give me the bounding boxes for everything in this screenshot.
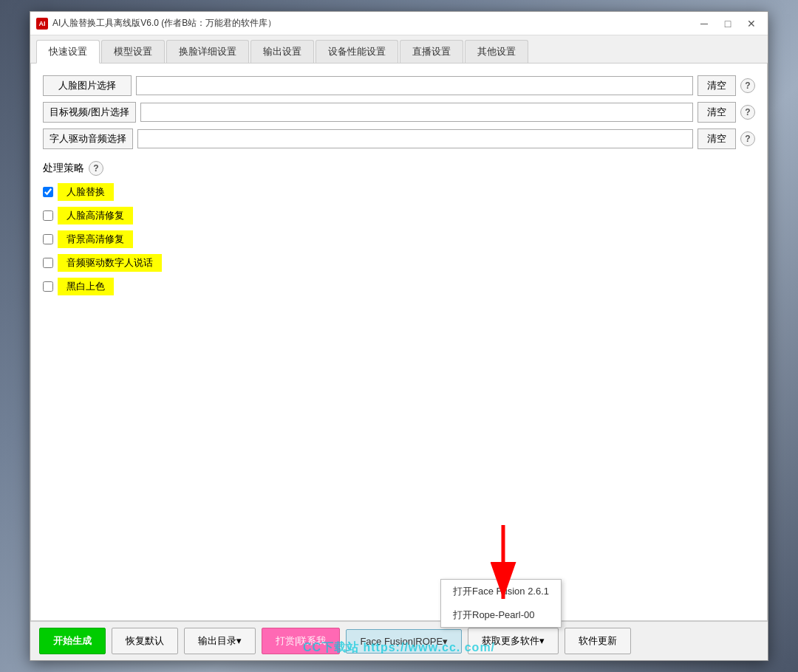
colorize-checkbox[interactable] <box>43 281 53 292</box>
content-area: 人脸图片选择 清空 ? 目标视频/图片选择 清空 ? 字人驱动音频选择 清空 ?… <box>30 64 768 621</box>
titlebar: AI AI人脸替换工具离线版V6.0 (作者B站：万能君的软件库） ─ □ ✕ <box>30 12 768 35</box>
window-title: AI人脸替换工具离线版V6.0 (作者B站：万能君的软件库） <box>52 17 694 30</box>
close-button[interactable]: ✕ <box>741 16 762 32</box>
face-fusion-dropdown-menu: 打开Face Fusion 2.6.1 打开Rope-Pearl-00 <box>440 579 562 628</box>
audio-help-icon[interactable]: ? <box>740 131 755 146</box>
audio-avatar-checkbox[interactable] <box>43 258 53 268</box>
checkbox-audio-avatar-row: 音频驱动数字人说话 <box>43 254 755 272</box>
checkbox-bg-enhance-row: 背景高清修复 <box>43 230 755 248</box>
checkbox-face-replace-row: 人脸替换 <box>43 183 755 201</box>
strategy-heading: 处理策略 ? <box>43 161 755 176</box>
face-select-row: 人脸图片选择 清空 ? <box>43 75 755 96</box>
bg-enhance-label[interactable]: 背景高清修复 <box>58 230 133 248</box>
audio-select-row: 字人驱动音频选择 清空 ? <box>43 128 755 149</box>
audio-select-input[interactable] <box>137 129 693 148</box>
more-software-button[interactable]: 获取更多软件▾ <box>468 628 559 654</box>
output-dir-button[interactable]: 输出目录▾ <box>184 628 256 654</box>
strategy-help-icon[interactable]: ? <box>89 161 103 176</box>
restore-button[interactable]: 恢复默认 <box>112 628 178 654</box>
bg-enhance-checkbox[interactable] <box>43 234 53 244</box>
app-icon: AI <box>36 18 48 30</box>
tab-quick[interactable]: 快速设置 <box>36 40 100 64</box>
tab-output[interactable]: 输出设置 <box>250 40 314 63</box>
open-face-fusion-item[interactable]: 打开Face Fusion 2.6.1 <box>441 580 561 603</box>
tab-faceswap[interactable]: 换脸详细设置 <box>166 40 249 63</box>
face-enhance-checkbox[interactable] <box>43 210 53 221</box>
target-clear-button[interactable]: 清空 <box>698 102 736 123</box>
start-button[interactable]: 开始生成 <box>39 628 106 654</box>
update-button[interactable]: 软件更新 <box>565 628 631 654</box>
main-window: AI AI人脸替换工具离线版V6.0 (作者B站：万能君的软件库） ─ □ ✕ … <box>30 11 768 661</box>
face-help-icon[interactable]: ? <box>740 78 755 93</box>
target-select-row: 目标视频/图片选择 清空 ? <box>43 102 755 123</box>
tab-live[interactable]: 直播设置 <box>400 40 463 63</box>
audio-clear-button[interactable]: 清空 <box>698 128 736 149</box>
target-help-icon[interactable]: ? <box>740 105 755 120</box>
tabbar: 快速设置 模型设置 换脸详细设置 输出设置 设备性能设置 直播设置 其他设置 <box>30 35 768 64</box>
face-clear-button[interactable]: 清空 <box>698 75 736 96</box>
bottombar: 开始生成 恢复默认 输出目录▾ 打赏|联系我 Face Fusion|ROPE▾… <box>30 621 768 660</box>
tab-other[interactable]: 其他设置 <box>465 40 528 63</box>
tab-model[interactable]: 模型设置 <box>101 40 165 63</box>
target-select-button[interactable]: 目标视频/图片选择 <box>43 102 136 123</box>
target-select-input[interactable] <box>140 103 693 122</box>
donate-button[interactable]: 打赏|联系我 <box>262 628 340 654</box>
face-select-button[interactable]: 人脸图片选择 <box>43 75 132 96</box>
face-select-input[interactable] <box>136 76 693 95</box>
face-replace-label[interactable]: 人脸替换 <box>58 183 114 201</box>
face-fusion-rope-button[interactable]: Face Fusion|ROPE▾ <box>346 629 462 654</box>
audio-avatar-label[interactable]: 音频驱动数字人说话 <box>58 254 162 272</box>
face-enhance-label[interactable]: 人脸高清修复 <box>58 207 133 224</box>
checkbox-colorize-row: 黑白上色 <box>43 278 755 295</box>
restore-button[interactable]: □ <box>717 16 738 32</box>
window-controls: ─ □ ✕ <box>694 16 762 32</box>
audio-select-button[interactable]: 字人驱动音频选择 <box>43 128 133 149</box>
face-replace-checkbox[interactable] <box>43 187 53 197</box>
open-rope-item[interactable]: 打开Rope-Pearl-00 <box>441 603 561 627</box>
tab-device[interactable]: 设备性能设置 <box>316 40 398 63</box>
checkbox-face-enhance-row: 人脸高清修复 <box>43 207 755 224</box>
colorize-label[interactable]: 黑白上色 <box>58 278 114 295</box>
minimize-button[interactable]: ─ <box>694 16 715 32</box>
